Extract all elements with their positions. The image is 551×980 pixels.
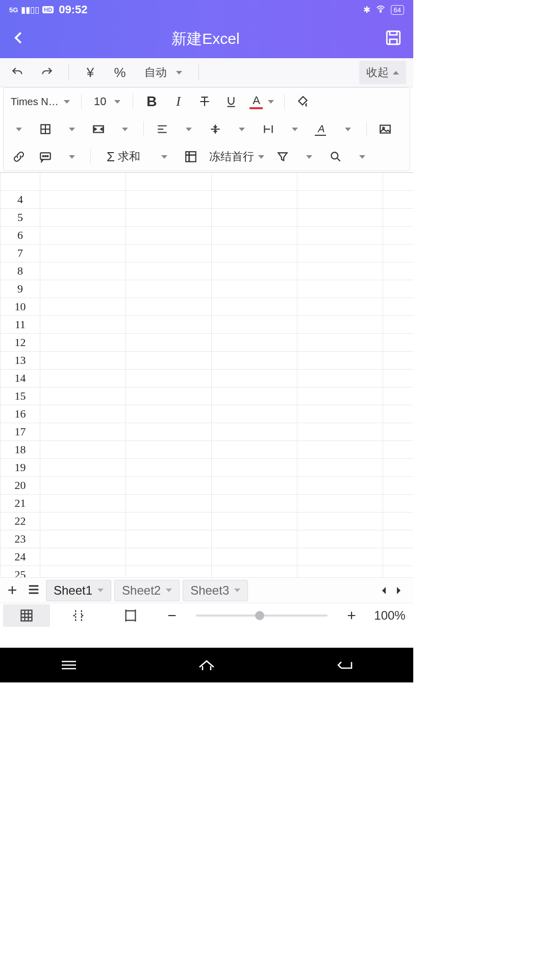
cell[interactable]: [212, 423, 297, 441]
cell[interactable]: [126, 316, 212, 334]
row-header[interactable]: 4: [1, 191, 40, 209]
cell[interactable]: [212, 387, 297, 405]
cell[interactable]: [297, 227, 383, 244]
cell[interactable]: [297, 512, 383, 530]
font-family-select[interactable]: Times N…: [8, 96, 74, 108]
row-header[interactable]: 10: [1, 298, 40, 316]
scroll-left-button[interactable]: [379, 587, 386, 594]
row-header[interactable]: 19: [1, 459, 40, 477]
cell[interactable]: [126, 298, 212, 316]
cell[interactable]: [212, 530, 297, 548]
cell[interactable]: [297, 191, 383, 209]
rotation-dropdown[interactable]: [337, 118, 359, 140]
cell[interactable]: [383, 191, 414, 209]
wrap-dropdown[interactable]: [284, 118, 306, 140]
vertical-align-button[interactable]: [204, 118, 227, 140]
cell[interactable]: [40, 173, 126, 191]
insert-image-button[interactable]: [374, 118, 396, 140]
cell[interactable]: [40, 477, 126, 495]
cell[interactable]: [212, 244, 297, 262]
cell[interactable]: [212, 566, 297, 578]
cell[interactable]: [383, 298, 414, 316]
cell[interactable]: [126, 191, 212, 209]
cell[interactable]: [383, 530, 414, 548]
cell[interactable]: [40, 262, 126, 280]
cell[interactable]: [126, 512, 212, 530]
cell[interactable]: [383, 352, 414, 370]
scroll-right-button[interactable]: [397, 587, 404, 594]
cell[interactable]: [383, 173, 414, 191]
cell[interactable]: [40, 352, 126, 370]
valign-dropdown[interactable]: [231, 118, 253, 140]
cell[interactable]: [126, 209, 212, 227]
redo-button[interactable]: [37, 62, 57, 83]
cell[interactable]: [126, 477, 212, 495]
page-break-view-button[interactable]: [55, 604, 102, 627]
cell[interactable]: [126, 566, 212, 578]
collapse-ribbon-button[interactable]: 收起: [359, 61, 406, 84]
underline-button[interactable]: [220, 90, 242, 113]
cell[interactable]: [212, 173, 297, 191]
row-header[interactable]: 17: [1, 423, 40, 441]
cell[interactable]: [383, 477, 414, 495]
cell[interactable]: [297, 530, 383, 548]
cell[interactable]: [40, 548, 126, 566]
cell[interactable]: [212, 298, 297, 316]
cell[interactable]: [40, 530, 126, 548]
text-rotation-button[interactable]: A: [310, 118, 333, 140]
cell[interactable]: [383, 566, 414, 578]
cell[interactable]: [297, 262, 383, 280]
font-size-select[interactable]: 10: [89, 95, 126, 108]
row-header[interactable]: 8: [1, 262, 40, 280]
cell[interactable]: [383, 548, 414, 566]
bold-button[interactable]: B: [140, 90, 163, 113]
cell[interactable]: [212, 316, 297, 334]
row-header[interactable]: 5: [1, 209, 40, 227]
cell[interactable]: [40, 387, 126, 405]
cell[interactable]: [126, 405, 212, 423]
search-dropdown[interactable]: [351, 145, 373, 168]
insert-link-button[interactable]: [8, 145, 30, 168]
row-header[interactable]: 20: [1, 477, 40, 495]
normal-view-button[interactable]: [3, 604, 50, 627]
cell[interactable]: [297, 495, 383, 512]
cell[interactable]: [383, 280, 414, 298]
save-button[interactable]: [385, 29, 402, 48]
cell[interactable]: [297, 209, 383, 227]
row-header[interactable]: 16: [1, 405, 40, 423]
cell[interactable]: [383, 405, 414, 423]
italic-button[interactable]: I: [167, 90, 189, 113]
borders-button[interactable]: [34, 118, 57, 140]
cell[interactable]: [297, 548, 383, 566]
cell[interactable]: [212, 191, 297, 209]
recent-apps-button[interactable]: [38, 658, 99, 672]
cell[interactable]: [40, 191, 126, 209]
zoom-out-button[interactable]: −: [159, 604, 185, 627]
cell[interactable]: [383, 495, 414, 512]
cell[interactable]: [297, 280, 383, 298]
page-layout-view-button[interactable]: [107, 604, 154, 627]
spreadsheet-grid[interactable]: 4567891011121314151617181920212223242526: [0, 172, 413, 577]
cell[interactable]: [212, 477, 297, 495]
wrap-text-button[interactable]: [257, 118, 280, 140]
cell[interactable]: [383, 244, 414, 262]
cell[interactable]: [212, 370, 297, 387]
cell[interactable]: [383, 262, 414, 280]
cell[interactable]: [126, 227, 212, 244]
cell[interactable]: [212, 280, 297, 298]
cell[interactable]: [40, 244, 126, 262]
row-header[interactable]: 24: [1, 548, 40, 566]
cell[interactable]: [40, 209, 126, 227]
cell[interactable]: [297, 316, 383, 334]
cell[interactable]: [297, 334, 383, 352]
cell[interactable]: [383, 459, 414, 477]
cell[interactable]: [40, 423, 126, 441]
cell[interactable]: [383, 441, 414, 459]
cell[interactable]: [40, 227, 126, 244]
row-header[interactable]: 13: [1, 352, 40, 370]
cell[interactable]: [383, 316, 414, 334]
cell[interactable]: [212, 262, 297, 280]
row-header[interactable]: 23: [1, 530, 40, 548]
cell[interactable]: [40, 459, 126, 477]
cell[interactable]: [212, 334, 297, 352]
